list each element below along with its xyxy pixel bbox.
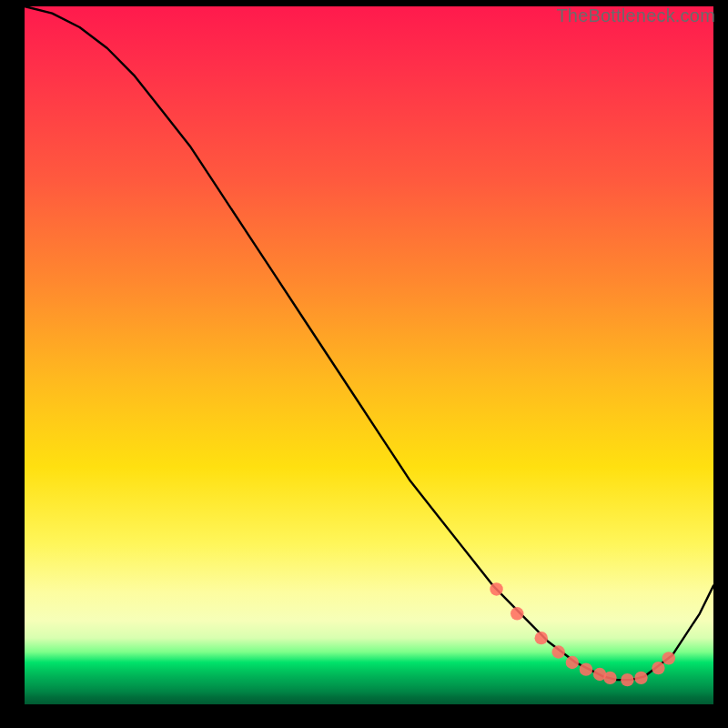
chart-svg [25,6,713,704]
data-marker [490,582,502,595]
data-marker [535,632,548,644]
data-marker [621,673,633,686]
data-marker [551,645,564,658]
bottleneck-curve [25,6,713,680]
data-marker [652,662,664,674]
data-marker [566,656,579,669]
watermark-label: TheBottleneck.com [556,5,715,26]
data-marker [634,672,647,684]
data-marker [603,672,616,684]
data-marker [662,652,675,664]
data-marker [511,607,523,620]
data-marker [580,662,592,675]
